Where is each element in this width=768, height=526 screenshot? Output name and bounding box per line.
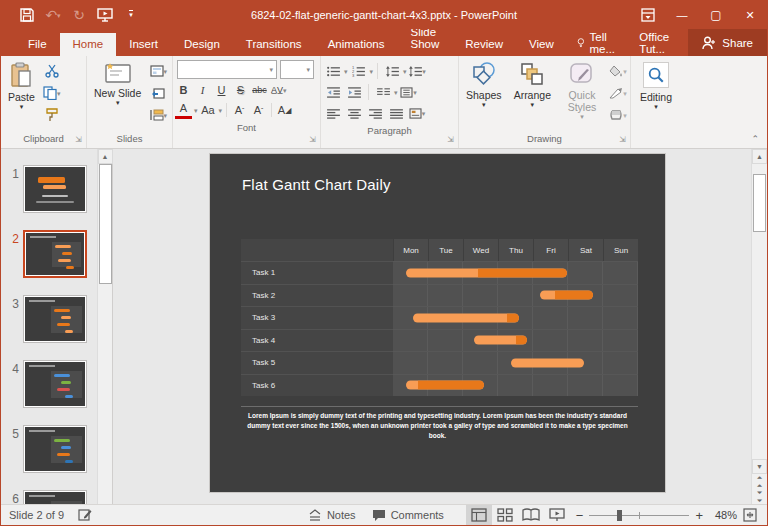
shrink-font-button[interactable]: Aˇ — [250, 101, 267, 119]
normal-view-button[interactable] — [466, 505, 492, 525]
tab-view[interactable]: View — [516, 33, 567, 56]
slide-canvas[interactable]: Flat Gantt Chart Daily MonTueWedThuFriSa… — [210, 154, 665, 492]
thumbnail-frame[interactable] — [23, 490, 87, 504]
shape-outline-button[interactable]: ▾ — [608, 83, 628, 103]
comments-toggle[interactable]: Comments — [364, 505, 452, 525]
decrease-indent-button[interactable] — [323, 82, 343, 102]
italic-button[interactable]: I — [194, 81, 211, 99]
zoom-level[interactable]: 48% — [709, 509, 737, 521]
gantt-chart[interactable]: MonTueWedThuFriSatSun Task 1Task 2Task 3… — [241, 239, 638, 396]
thumbnail-panel-scrollbar[interactable]: ▲ — [97, 149, 112, 504]
tab-home[interactable]: Home — [60, 33, 117, 56]
align-center-button[interactable] — [344, 103, 364, 123]
font-color-button[interactable]: A — [175, 101, 192, 119]
align-right-button[interactable] — [365, 103, 385, 123]
arrange-button[interactable]: Arrange▾ — [509, 59, 556, 129]
slide-thumbnail-6[interactable]: 6 — [3, 490, 95, 504]
drawing-dialog-launcher[interactable]: ⇲ — [619, 135, 626, 144]
slide-thumbnail-5[interactable]: 5 — [3, 425, 95, 473]
slide-indicator[interactable]: Slide 2 of 9 — [9, 509, 64, 521]
quick-styles-button[interactable]: Quick Styles▾ — [558, 59, 606, 129]
columns-button[interactable] — [373, 82, 393, 102]
zoom-slider[interactable]: − + — [570, 508, 709, 523]
gantt-bar[interactable] — [413, 313, 520, 322]
tell-me-button[interactable]: Tell me... — [567, 29, 630, 56]
previous-slide-icon[interactable]: ⏶⏶ — [752, 474, 767, 489]
copy-button[interactable]: ▾ — [42, 83, 62, 103]
clipboard-dialog-launcher[interactable]: ⇲ — [75, 135, 82, 144]
slide-thumbnail-2[interactable]: 2 — [3, 230, 95, 278]
tab-transitions[interactable]: Transitions — [233, 33, 315, 56]
paste-button[interactable]: Paste▾ — [3, 59, 40, 129]
customize-qat-icon[interactable]: ▾ — [119, 4, 143, 26]
slide-thumbnail-1[interactable]: 1 — [3, 165, 95, 213]
shape-fill-button[interactable]: ▾ — [608, 61, 628, 81]
shadow-button[interactable]: S — [232, 81, 249, 99]
scrollbar-thumb[interactable] — [753, 174, 766, 232]
font-size-combobox[interactable]: ▾ — [280, 60, 314, 79]
notes-toggle[interactable]: Notes — [300, 505, 364, 525]
accessibility-check-icon[interactable] — [78, 508, 92, 522]
cut-button[interactable] — [42, 61, 62, 81]
gantt-bar[interactable] — [511, 358, 585, 367]
shape-effects-button[interactable]: ▾ — [608, 105, 628, 125]
bullets-button[interactable] — [323, 61, 343, 81]
increase-indent-button[interactable] — [344, 82, 364, 102]
align-left-button[interactable] — [323, 103, 343, 123]
line-spacing-button[interactable] — [382, 61, 402, 81]
text-direction-button[interactable]: ▾ — [408, 61, 428, 81]
paragraph-dialog-launcher[interactable]: ⇲ — [447, 135, 454, 144]
section-button[interactable]: ▾ — [148, 105, 168, 125]
ribbon-display-options-icon[interactable] — [631, 1, 665, 29]
align-text-button[interactable]: ▾ — [399, 82, 419, 102]
slide-body-text[interactable]: Lorem Ipsum is simply dummy text of the … — [246, 411, 629, 441]
font-name-combobox[interactable]: ▾ — [177, 60, 277, 79]
gantt-bar[interactable] — [474, 336, 527, 345]
zoom-in-icon[interactable]: + — [695, 508, 703, 523]
gantt-bar[interactable] — [540, 291, 593, 300]
start-from-beginning-icon[interactable] — [93, 4, 117, 26]
maximize-button[interactable]: ▢ — [699, 1, 733, 29]
office-tutorials-tab[interactable]: Office Tut... — [629, 29, 688, 56]
thumbnail-scrollbar-thumb[interactable] — [99, 164, 112, 284]
share-button[interactable]: Share — [688, 29, 767, 56]
layout-button[interactable]: ▾ — [148, 61, 168, 81]
zoom-slider-thumb[interactable] — [617, 510, 622, 521]
justify-button[interactable] — [386, 103, 406, 123]
slide-title[interactable]: Flat Gantt Chart Daily — [242, 176, 391, 193]
tab-design[interactable]: Design — [171, 33, 233, 56]
reset-button[interactable] — [148, 83, 168, 103]
gantt-bar[interactable] — [406, 381, 483, 390]
scroll-up-icon[interactable]: ▲ — [98, 149, 113, 164]
scroll-up-icon[interactable]: ▲ — [752, 149, 767, 164]
clear-formatting-button[interactable]: A◢ — [276, 101, 293, 119]
fit-slide-to-window-button[interactable] — [737, 505, 763, 525]
tab-review[interactable]: Review — [452, 33, 516, 56]
slide-thumbnail-4[interactable]: 4 — [3, 360, 95, 408]
minimize-button[interactable]: — — [665, 1, 699, 29]
slide-sorter-view-button[interactable] — [492, 505, 518, 525]
editing-button[interactable]: Editing▾ — [635, 59, 677, 129]
redo-icon[interactable]: ↻ — [67, 4, 91, 26]
underline-button[interactable]: U — [213, 81, 230, 99]
undo-icon[interactable]: ↶▾ — [41, 4, 65, 26]
bold-button[interactable]: B — [175, 81, 192, 99]
format-painter-button[interactable] — [42, 105, 62, 125]
zoom-out-icon[interactable]: − — [576, 508, 584, 523]
thumbnail-frame[interactable] — [23, 295, 87, 343]
collapse-ribbon-icon[interactable]: ⌃ — [751, 134, 759, 144]
grow-font-button[interactable]: Aˆ — [231, 101, 248, 119]
change-case-button[interactable]: Aa — [200, 101, 217, 119]
convert-smartart-button[interactable]: ▾ — [407, 103, 427, 123]
vertical-scrollbar[interactable]: ▲ ▼ ⏶⏶ ⏷⏷ — [751, 149, 767, 504]
font-dialog-launcher[interactable]: ⇲ — [309, 135, 316, 144]
next-slide-icon[interactable]: ⏷⏷ — [752, 489, 767, 504]
save-icon[interactable] — [15, 4, 39, 26]
gantt-bar[interactable] — [406, 268, 566, 277]
strikethrough-button[interactable]: abc — [251, 81, 268, 99]
tab-animations[interactable]: Animations — [315, 33, 398, 56]
slide-show-button[interactable] — [544, 505, 570, 525]
scroll-down-icon[interactable]: ▼ — [752, 459, 767, 474]
shapes-button[interactable]: Shapes▾ — [461, 59, 507, 129]
thumbnail-frame[interactable] — [23, 360, 87, 408]
